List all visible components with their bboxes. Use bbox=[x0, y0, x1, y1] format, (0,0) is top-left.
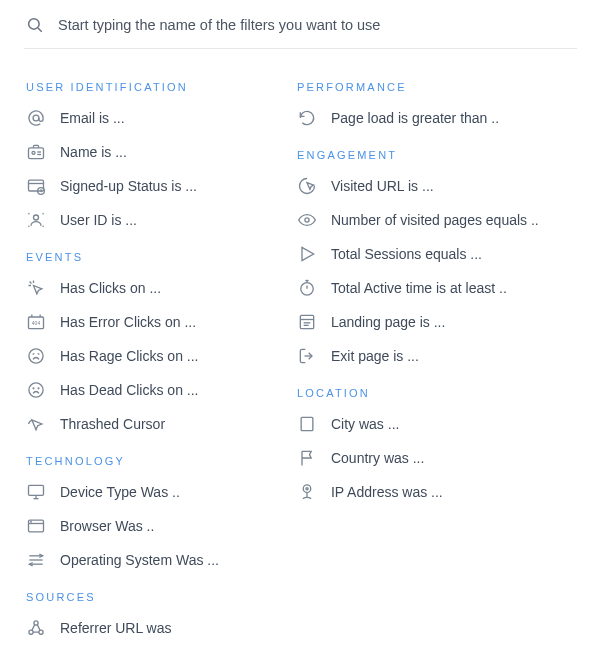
name-badge-icon bbox=[26, 142, 46, 162]
user-id-icon bbox=[26, 210, 46, 230]
dead-click-icon bbox=[26, 380, 46, 400]
filter-signup-status[interactable]: Signed-up Status is ... bbox=[24, 169, 295, 203]
svg-point-10 bbox=[34, 215, 39, 220]
filter-label: Landing page is ... bbox=[331, 314, 445, 330]
svg-point-18 bbox=[38, 388, 39, 389]
signup-status-icon bbox=[26, 176, 46, 196]
click-icon bbox=[26, 278, 46, 298]
filter-label: Thrashed Cursor bbox=[60, 416, 165, 432]
svg-rect-19 bbox=[29, 485, 44, 495]
svg-point-28 bbox=[34, 621, 38, 625]
filter-clicks[interactable]: Has Clicks on ... bbox=[24, 271, 295, 305]
svg-point-32 bbox=[301, 283, 314, 296]
section-sources: SOURCES bbox=[26, 591, 295, 603]
filter-label: Has Error Clicks on ... bbox=[60, 314, 196, 330]
browser-icon bbox=[26, 516, 46, 536]
filter-rage-clicks[interactable]: Has Rage Clicks on ... bbox=[24, 339, 295, 373]
svg-point-4 bbox=[32, 151, 35, 154]
filter-email[interactable]: Email is ... bbox=[24, 101, 295, 135]
filter-label: Signed-up Status is ... bbox=[60, 178, 197, 194]
section-user-identification: USER IDENTIFICATION bbox=[26, 81, 295, 93]
filter-name[interactable]: Name is ... bbox=[24, 135, 295, 169]
svg-rect-36 bbox=[300, 315, 313, 328]
filter-label: Device Type Was .. bbox=[60, 484, 180, 500]
at-icon bbox=[26, 108, 46, 128]
filter-label: Total Active time is at least .. bbox=[331, 280, 507, 296]
filter-label: Number of visited pages equals .. bbox=[331, 212, 539, 228]
search-icon bbox=[26, 16, 44, 34]
filter-label: Email is ... bbox=[60, 110, 125, 126]
svg-line-1 bbox=[38, 28, 42, 32]
filter-exit-page[interactable]: Exit page is ... bbox=[295, 339, 577, 373]
thrashed-cursor-icon bbox=[26, 414, 46, 434]
filter-thrashed-cursor[interactable]: Thrashed Cursor bbox=[24, 407, 295, 441]
reload-icon bbox=[297, 108, 317, 128]
filter-city[interactable]: City was ... bbox=[295, 407, 577, 441]
filter-label: Exit page is ... bbox=[331, 348, 419, 364]
svg-point-15 bbox=[29, 349, 43, 363]
filter-visited-url[interactable]: Visited URL is ... bbox=[295, 169, 577, 203]
filter-label: IP Address was ... bbox=[331, 484, 443, 500]
svg-point-24 bbox=[31, 522, 32, 523]
section-events: EVENTS bbox=[26, 251, 295, 263]
filter-ip-address[interactable]: IP Address was ... bbox=[295, 475, 577, 509]
filter-label: Total Sessions equals ... bbox=[331, 246, 482, 262]
referrer-icon bbox=[26, 618, 46, 638]
building-icon bbox=[297, 414, 317, 434]
filter-landing-page[interactable]: Landing page is ... bbox=[295, 305, 577, 339]
filter-label: Referrer URL was bbox=[60, 620, 172, 636]
error-click-icon: 404 bbox=[26, 312, 46, 332]
filter-label: Has Rage Clicks on ... bbox=[60, 348, 199, 364]
landing-page-icon bbox=[297, 312, 317, 332]
filter-os[interactable]: Operating System Was ... bbox=[24, 543, 295, 577]
svg-point-53 bbox=[306, 488, 308, 490]
filter-label: Visited URL is ... bbox=[331, 178, 434, 194]
exit-icon bbox=[297, 346, 317, 366]
click-cursor-icon bbox=[297, 176, 317, 196]
filter-label: Country was ... bbox=[331, 450, 424, 466]
eye-icon bbox=[297, 210, 317, 230]
search-input[interactable] bbox=[58, 17, 575, 33]
svg-point-0 bbox=[29, 19, 40, 30]
filter-label: Has Dead Clicks on ... bbox=[60, 382, 199, 398]
section-engagement: ENGAGEMENT bbox=[297, 149, 577, 161]
filter-device-type[interactable]: Device Type Was .. bbox=[24, 475, 295, 509]
filter-active-time[interactable]: Total Active time is at least .. bbox=[295, 271, 577, 305]
flag-icon bbox=[297, 448, 317, 468]
monitor-icon bbox=[26, 482, 46, 502]
filter-label: Operating System Was ... bbox=[60, 552, 219, 568]
rage-icon bbox=[26, 346, 46, 366]
filter-label: Page load is greater than .. bbox=[331, 110, 499, 126]
filter-dead-clicks[interactable]: Has Dead Clicks on ... bbox=[24, 373, 295, 407]
ip-pin-icon bbox=[297, 482, 317, 502]
filter-country[interactable]: Country was ... bbox=[295, 441, 577, 475]
svg-point-52 bbox=[303, 485, 311, 493]
svg-point-2 bbox=[33, 115, 39, 121]
filter-label: Browser Was .. bbox=[60, 518, 154, 534]
filter-label: City was ... bbox=[331, 416, 399, 432]
svg-point-31 bbox=[305, 218, 309, 222]
filter-label: User ID is ... bbox=[60, 212, 137, 228]
svg-text:404: 404 bbox=[32, 320, 41, 326]
filter-visited-pages[interactable]: Number of visited pages equals .. bbox=[295, 203, 577, 237]
section-location: LOCATION bbox=[297, 387, 577, 399]
os-icon bbox=[26, 550, 46, 570]
filter-error-clicks[interactable]: 404 Has Error Clicks on ... bbox=[24, 305, 295, 339]
filter-page-load[interactable]: Page load is greater than .. bbox=[295, 101, 577, 135]
svg-rect-3 bbox=[29, 148, 44, 159]
filter-browser[interactable]: Browser Was .. bbox=[24, 509, 295, 543]
svg-rect-41 bbox=[301, 417, 313, 430]
filter-referrer[interactable]: Referrer URL was bbox=[24, 611, 295, 645]
svg-point-16 bbox=[29, 383, 43, 397]
svg-point-17 bbox=[33, 388, 34, 389]
filter-label: Has Clicks on ... bbox=[60, 280, 161, 296]
play-icon bbox=[297, 244, 317, 264]
filter-label: Name is ... bbox=[60, 144, 127, 160]
stopwatch-icon bbox=[297, 278, 317, 298]
section-performance: PERFORMANCE bbox=[297, 81, 577, 93]
search-bar[interactable] bbox=[24, 12, 577, 49]
section-technology: TECHNOLOGY bbox=[26, 455, 295, 467]
filter-user-id[interactable]: User ID is ... bbox=[24, 203, 295, 237]
filter-total-sessions[interactable]: Total Sessions equals ... bbox=[295, 237, 577, 271]
